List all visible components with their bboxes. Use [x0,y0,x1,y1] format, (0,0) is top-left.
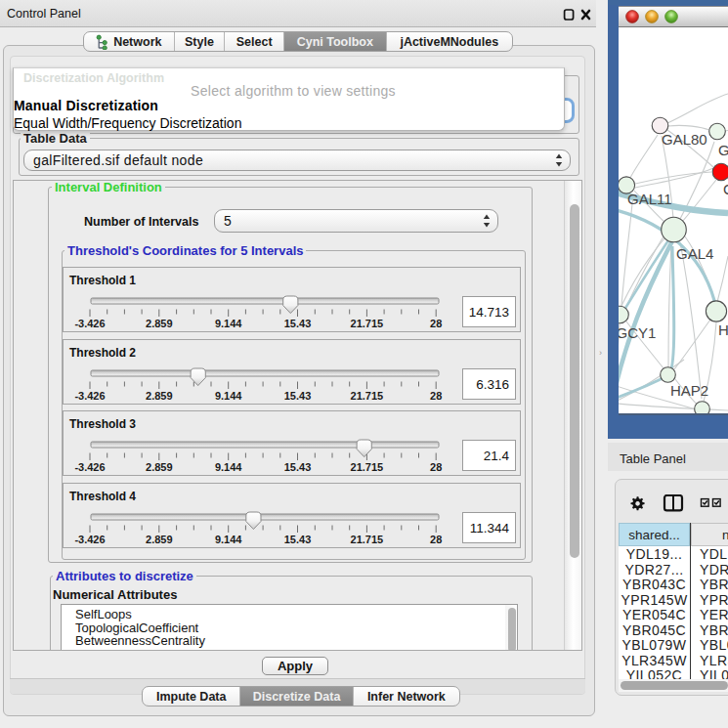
svg-text:15.43: 15.43 [284,318,312,329]
svg-text:9.144: 9.144 [215,461,242,473]
svg-text:GAL4: GAL4 [676,245,713,262]
svg-text:GCY1: GCY1 [619,324,656,341]
svg-text:-3.426: -3.426 [74,461,105,473]
svg-text:GAL11: GAL11 [627,191,672,207]
svg-text:21.715: 21.715 [351,390,384,402]
svg-text:28: 28 [430,318,442,329]
svg-text:-3.426: -3.426 [74,318,105,329]
svg-text:-3.426: -3.426 [74,390,105,402]
svg-text:C: C [723,181,728,197]
svg-text:28: 28 [430,534,442,545]
svg-text:9.144: 9.144 [215,534,242,545]
svg-text:2.859: 2.859 [146,461,173,473]
svg-text:2.859: 2.859 [146,318,173,329]
svg-text:-3.426: -3.426 [74,534,105,545]
svg-text:GA: GA [718,142,728,158]
svg-text:28: 28 [430,390,442,402]
svg-text:9.144: 9.144 [215,318,242,329]
svg-text:GAL80: GAL80 [662,131,707,148]
svg-text:2.859: 2.859 [146,534,173,545]
svg-text:2.859: 2.859 [146,390,173,402]
svg-text:9.144: 9.144 [215,390,242,402]
svg-text:15.43: 15.43 [284,534,312,545]
svg-text:15.43: 15.43 [284,461,312,473]
svg-text:21.715: 21.715 [351,461,384,473]
svg-text:21.715: 21.715 [351,318,384,329]
svg-text:HAP2: HAP2 [670,382,708,399]
svg-text:21.715: 21.715 [351,534,384,545]
svg-text:28: 28 [430,461,442,473]
svg-text:15.43: 15.43 [284,390,312,402]
svg-text:H: H [718,321,728,338]
